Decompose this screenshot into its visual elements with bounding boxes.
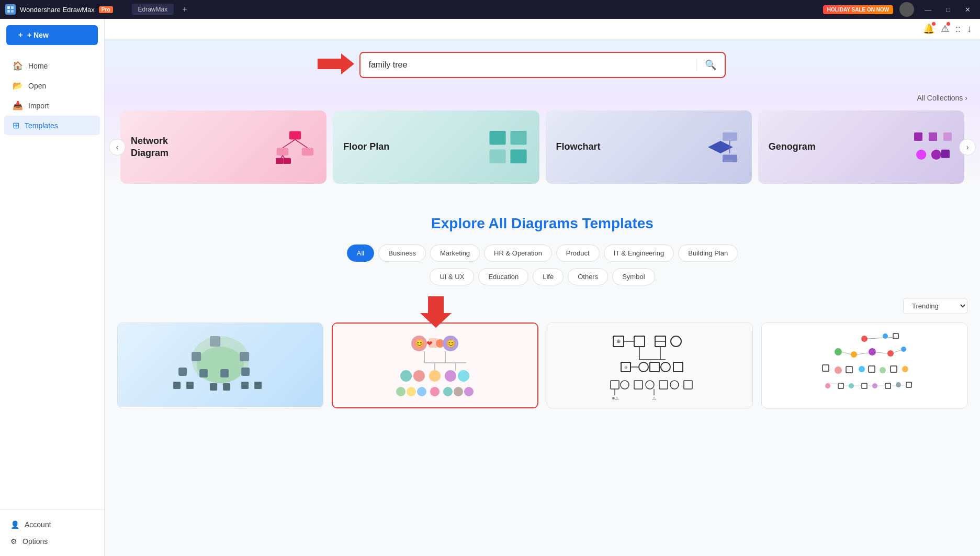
svg-rect-88 [634,381,643,389]
sidebar-nav: 🏠 Home 📂 Open 📥 Import ⊞ Templates [0,51,104,509]
search-input[interactable] [361,54,696,76]
template-card-2[interactable]: 😊 ❤ 😊 [332,323,538,408]
grid-icon[interactable]: :: [955,24,961,35]
svg-point-25 [916,150,926,160]
alert-icon[interactable]: ⚠ [941,23,949,35]
svg-rect-1 [11,6,14,9]
filter-hr[interactable]: HR & Operation [484,244,552,262]
filter-it[interactable]: IT & Engineering [604,244,674,262]
svg-point-60 [458,370,469,382]
sidebar-item-options[interactable]: ⚙ Options [6,533,98,550]
svg-rect-122 [862,383,867,388]
template-card-4[interactable] [761,323,967,408]
filter-symbol[interactable]: Symbol [612,268,655,285]
red-arrow-indicator [312,53,354,76]
diagram-cards-row: ‹ Network Diagram [117,110,967,184]
filter-life[interactable]: Life [533,268,564,285]
card-floor-plan[interactable]: Floor Plan [333,110,539,184]
notification-icon[interactable]: 🔔 [923,23,934,35]
account-label: Account [25,520,51,529]
svg-point-26 [931,150,941,160]
filter-education[interactable]: Education [478,268,528,285]
filter-business[interactable]: Business [378,244,426,262]
card-flowchart[interactable]: Flowchart [546,110,752,184]
template-card-3[interactable]: ⊕ [547,323,753,408]
holiday-badge[interactable]: HOLIDAY SALE ON NOW [823,5,893,14]
app-tab[interactable]: EdrawMax [132,4,174,15]
svg-rect-43 [254,382,262,389]
minimize-btn[interactable]: — [920,5,936,15]
svg-point-105 [887,350,894,357]
filter-all[interactable]: All [347,244,374,262]
gear-icon: ⚙ [10,537,17,546]
filter-product[interactable]: Product [556,244,600,262]
close-btn[interactable]: ✕ [961,5,975,15]
svg-point-91 [670,381,679,389]
download-icon[interactable]: ↓ [967,24,972,35]
sidebar-item-templates-label: Templates [25,121,58,130]
card-network-diagram[interactable]: Network Diagram [120,110,326,184]
svg-rect-31 [210,336,220,347]
svg-point-121 [849,383,854,388]
svg-point-118 [902,366,908,372]
titlebar-right: HOLIDAY SALE ON NOW — □ ✕ [823,2,975,17]
filter-others[interactable]: Others [568,268,608,285]
sidebar-item-import-label: Import [28,102,49,110]
user-avatar[interactable] [899,2,914,17]
template-grid-container: 😊 ❤ 😊 [117,323,967,408]
svg-point-97 [861,336,868,342]
sort-select[interactable]: Trending Newest Most Popular [903,298,967,314]
svg-rect-36 [220,369,229,377]
sidebar-item-templates[interactable]: ⊞ Templates [4,116,100,135]
sidebar-bottom: 👤 Account ⚙ Options [0,509,104,556]
svg-rect-42 [241,382,249,389]
app-body: ＋ + New 🏠 Home 📂 Open 📥 Import ⊞ Templat… [0,19,980,556]
cards-next-btn[interactable]: › [959,139,976,155]
svg-point-81 [639,362,648,372]
sidebar-item-open-label: Open [28,82,46,90]
svg-point-61 [396,387,405,396]
svg-text:⊕: ⊕ [616,338,621,344]
sidebar-item-account[interactable]: 👤 Account [6,516,98,533]
svg-line-110 [894,350,901,352]
search-container: 🔍 [117,52,967,78]
filter-marketing[interactable]: Marketing [430,244,480,262]
svg-rect-35 [199,369,208,377]
svg-point-89 [646,381,654,389]
template-card-1[interactable] [117,323,323,408]
app-name: Wondershare EdrawMax [20,6,95,14]
filter-ui[interactable]: UI & UX [430,268,474,285]
add-tab-btn[interactable]: + [178,5,191,14]
new-button[interactable]: ＋ + New [6,25,98,45]
network-diagram-icon [274,126,316,168]
floor-plan-icon [487,126,529,168]
svg-point-67 [464,387,474,396]
svg-line-107 [842,352,851,354]
sort-row: Trending Newest Most Popular [117,298,967,314]
svg-text:❤: ❤ [426,339,433,348]
collections-label: All Collections [917,94,963,102]
search-button[interactable]: 🔍 [696,53,725,77]
svg-rect-32 [192,352,201,361]
all-collections-link[interactable]: All Collections › [117,94,967,102]
svg-rect-90 [659,381,668,389]
sidebar-item-home[interactable]: 🏠 Home [4,56,100,75]
flowchart-icon [700,126,741,168]
svg-rect-126 [906,382,911,387]
pro-badge: Pro [99,6,113,13]
maximize-btn[interactable]: □ [942,5,954,15]
explore-title: Explore All Diagrams Templates [117,215,967,232]
svg-rect-16 [489,149,505,163]
cards-prev-btn[interactable]: ‹ [109,139,126,155]
svg-line-7 [295,140,308,148]
svg-point-112 [835,366,842,374]
filter-building[interactable]: Building Plan [678,244,738,262]
filter-tabs-row1: All Business Marketing HR & Operation Pr… [117,244,967,262]
svg-point-106 [901,347,906,352]
card-genogram[interactable]: Genogram [758,110,964,184]
svg-rect-12 [276,158,283,164]
sidebar-item-import[interactable]: 📥 Import [4,96,100,115]
sidebar-item-open[interactable]: 📂 Open [4,76,100,95]
svg-rect-13 [284,158,291,164]
explore-highlight: All Diagrams Templates [489,215,654,231]
